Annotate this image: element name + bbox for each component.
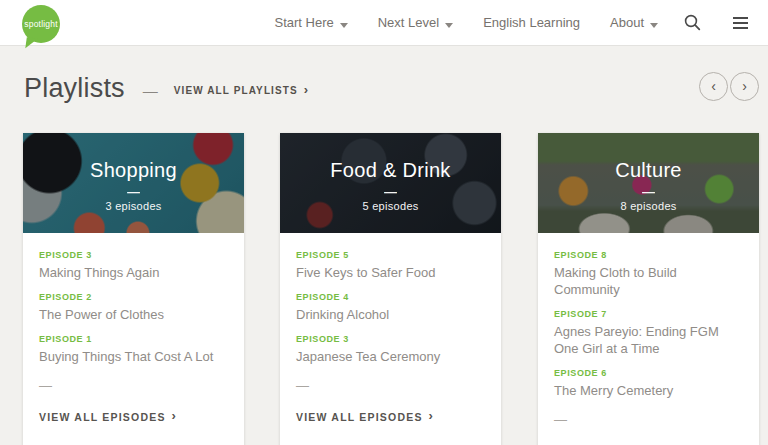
divider-dash: — xyxy=(39,378,228,393)
episode-item[interactable]: EPISODE 8 Making Cloth to Build Communit… xyxy=(554,250,743,298)
divider-dash: — xyxy=(127,184,140,199)
playlist-cover-image: Culture — 8 episodes xyxy=(538,133,759,233)
carousel-next-button[interactable]: › xyxy=(730,72,759,101)
nav-label: English Learning xyxy=(483,15,580,30)
chevron-down-icon xyxy=(445,23,453,28)
search-icon xyxy=(684,14,701,31)
card-body: EPISODE 8 Making Cloth to Build Communit… xyxy=(538,233,759,445)
episode-label: EPISODE 2 xyxy=(39,292,228,302)
episode-label: EPISODE 3 xyxy=(39,250,228,260)
divider-dash: — xyxy=(554,412,743,427)
episode-item[interactable]: EPISODE 3 Making Things Again xyxy=(39,250,228,281)
nav-label: About xyxy=(610,15,644,30)
playlist-title: Culture xyxy=(615,159,682,182)
divider-dash: — xyxy=(143,82,158,99)
episode-title: The Power of Clothes xyxy=(39,306,228,323)
episode-label: EPISODE 8 xyxy=(554,250,743,260)
view-all-episodes-label: VIEW ALL EPISODES xyxy=(296,411,423,423)
nav-item-about[interactable]: About xyxy=(610,15,658,30)
nav-item-start-here[interactable]: Start Here xyxy=(274,15,347,30)
episode-label: EPISODE 1 xyxy=(39,334,228,344)
episode-item[interactable]: EPISODE 1 Buying Things That Cost A Lot xyxy=(39,334,228,365)
cover-overlay: Culture — 8 episodes xyxy=(538,133,759,233)
playlist-card-food-drink[interactable]: Food & Drink — 5 episodes EPISODE 5 Five… xyxy=(280,133,501,445)
playlist-title: Shopping xyxy=(90,159,177,182)
view-all-playlists-label: VIEW ALL PLAYLISTS xyxy=(174,85,298,96)
episode-title: Buying Things That Cost A Lot xyxy=(39,348,228,365)
chevron-right-icon: › xyxy=(304,82,309,97)
episode-title: The Merry Cemetery xyxy=(554,382,743,399)
episode-item[interactable]: EPISODE 6 The Merry Cemetery xyxy=(554,368,743,399)
episode-count: 3 episodes xyxy=(105,200,161,212)
episode-label: EPISODE 5 xyxy=(296,250,485,260)
episode-item[interactable]: EPISODE 4 Drinking Alcohol xyxy=(296,292,485,323)
nav-item-english-learning[interactable]: English Learning xyxy=(483,15,580,30)
view-all-episodes-label: VIEW ALL EPISODES xyxy=(39,411,166,423)
episode-title: Drinking Alcohol xyxy=(296,306,485,323)
episode-item[interactable]: EPISODE 5 Five Keys to Safer Food xyxy=(296,250,485,281)
episode-label: EPISODE 4 xyxy=(296,292,485,302)
divider-dash: — xyxy=(384,184,397,199)
playlist-card-culture[interactable]: Culture — 8 episodes EPISODE 8 Making Cl… xyxy=(538,133,759,445)
card-body: EPISODE 5 Five Keys to Safer Food EPISOD… xyxy=(280,233,501,445)
carousel-prev-button[interactable]: ‹ xyxy=(699,72,728,101)
cover-overlay: Food & Drink — 5 episodes xyxy=(280,133,501,233)
page-title: Playlists xyxy=(24,73,125,104)
view-all-playlists-link[interactable]: VIEW ALL PLAYLISTS › xyxy=(174,84,309,97)
episode-count: 8 episodes xyxy=(620,200,676,212)
view-all-episodes-link[interactable]: VIEW ALL EPISODES › xyxy=(296,410,485,423)
episode-item[interactable]: EPISODE 7 Agnes Pareyio: Ending FGM One … xyxy=(554,309,743,357)
view-all-episodes-link[interactable]: VIEW ALL EPISODES › xyxy=(39,410,228,423)
menu-button[interactable] xyxy=(729,13,752,33)
playlist-card-shopping[interactable]: Shopping — 3 episodes EPISODE 3 Making T… xyxy=(23,133,244,445)
nav-item-next-level[interactable]: Next Level xyxy=(378,15,453,30)
playlist-cover-image: Food & Drink — 5 episodes xyxy=(280,133,501,233)
card-body: EPISODE 3 Making Things Again EPISODE 2 … xyxy=(23,233,244,445)
episode-title: Agnes Pareyio: Ending FGM One Girl at a … xyxy=(554,323,743,357)
chevron-down-icon xyxy=(340,23,348,28)
search-button[interactable] xyxy=(680,10,705,35)
playlist-title: Food & Drink xyxy=(330,159,450,182)
playlist-cover-image: Shopping — 3 episodes xyxy=(23,133,244,233)
episode-item[interactable]: EPISODE 2 The Power of Clothes xyxy=(39,292,228,323)
page: spotlight Start Here Next Level English … xyxy=(0,0,768,445)
site-header: spotlight Start Here Next Level English … xyxy=(0,0,768,46)
chevron-right-icon: › xyxy=(429,408,435,423)
episode-label: EPISODE 3 xyxy=(296,334,485,344)
main-nav: Start Here Next Level English Learning A… xyxy=(274,15,658,30)
divider-dash: — xyxy=(296,378,485,393)
spotlight-logo[interactable]: spotlight xyxy=(22,5,60,43)
episode-title: Japanese Tea Ceremony xyxy=(296,348,485,365)
speech-bubble-icon: spotlight xyxy=(22,5,60,43)
carousel-nav: ‹ › xyxy=(699,72,759,101)
playlists-section-header: Playlists — VIEW ALL PLAYLISTS › ‹ › xyxy=(24,70,768,106)
episode-label: EPISODE 7 xyxy=(554,309,743,319)
episode-item[interactable]: EPISODE 3 Japanese Tea Ceremony xyxy=(296,334,485,365)
chevron-down-icon xyxy=(650,23,658,28)
nav-label: Next Level xyxy=(378,15,439,30)
episode-title: Making Things Again xyxy=(39,264,228,281)
nav-label: Start Here xyxy=(274,15,333,30)
cover-overlay: Shopping — 3 episodes xyxy=(23,133,244,233)
episode-count: 5 episodes xyxy=(362,200,418,212)
hamburger-menu-icon xyxy=(733,17,748,29)
logo-text: spotlight xyxy=(24,19,57,29)
episode-title: Making Cloth to Build Community xyxy=(554,264,743,298)
divider-dash: — xyxy=(642,184,655,199)
chevron-right-icon: › xyxy=(172,408,178,423)
episode-label: EPISODE 6 xyxy=(554,368,743,378)
episode-title: Five Keys to Safer Food xyxy=(296,264,485,281)
